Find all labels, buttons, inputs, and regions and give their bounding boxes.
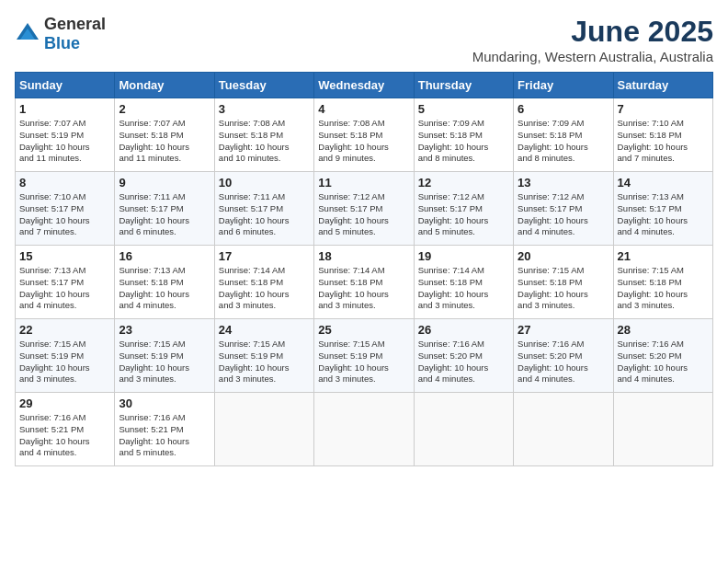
day-info: Sunrise: 7:16 AMSunset: 5:20 PMDaylight:… <box>518 339 609 385</box>
calendar-week-row: 8Sunrise: 7:10 AMSunset: 5:17 PMDaylight… <box>16 172 713 246</box>
weekday-header-sunday: Sunday <box>16 73 115 98</box>
weekday-header-tuesday: Tuesday <box>214 73 313 98</box>
calendar-cell <box>414 393 513 466</box>
calendar-cell <box>314 393 414 466</box>
title-area: June 2025 Mundaring, Western Australia, … <box>472 15 713 64</box>
day-info: Sunrise: 7:14 AMSunset: 5:18 PMDaylight:… <box>318 265 409 312</box>
weekday-header-monday: Monday <box>115 73 214 98</box>
day-number: 23 <box>119 323 210 337</box>
calendar-cell: 26Sunrise: 7:16 AMSunset: 5:20 PMDayligh… <box>414 319 513 393</box>
day-number: 13 <box>518 176 609 190</box>
day-info: Sunrise: 7:09 AMSunset: 5:18 PMDaylight:… <box>418 118 509 165</box>
calendar-cell: 6Sunrise: 7:09 AMSunset: 5:18 PMDaylight… <box>514 98 613 172</box>
day-info: Sunrise: 7:15 AMSunset: 5:19 PMDaylight:… <box>19 339 110 385</box>
day-info: Sunrise: 7:12 AMSunset: 5:17 PMDaylight:… <box>318 191 409 238</box>
weekday-header-wednesday: Wednesday <box>314 73 414 98</box>
calendar-cell: 12Sunrise: 7:12 AMSunset: 5:17 PMDayligh… <box>414 172 513 246</box>
day-number: 21 <box>618 249 709 263</box>
day-number: 18 <box>318 249 409 263</box>
calendar-subtitle: Mundaring, Western Australia, Australia <box>472 49 713 64</box>
calendar-cell: 3Sunrise: 7:08 AMSunset: 5:18 PMDaylight… <box>214 98 313 172</box>
day-info: Sunrise: 7:11 AMSunset: 5:17 PMDaylight:… <box>219 191 310 238</box>
day-info: Sunrise: 7:09 AMSunset: 5:18 PMDaylight:… <box>518 118 609 165</box>
day-number: 29 <box>19 396 110 410</box>
day-info: Sunrise: 7:10 AMSunset: 5:17 PMDaylight:… <box>19 191 110 238</box>
calendar-cell: 9Sunrise: 7:11 AMSunset: 5:17 PMDaylight… <box>115 172 214 246</box>
day-info: Sunrise: 7:16 AMSunset: 5:21 PMDaylight:… <box>119 412 210 459</box>
day-number: 12 <box>418 176 509 190</box>
calendar-cell: 15Sunrise: 7:13 AMSunset: 5:17 PMDayligh… <box>16 246 115 319</box>
calendar-cell: 22Sunrise: 7:15 AMSunset: 5:19 PMDayligh… <box>16 319 115 393</box>
day-info: Sunrise: 7:12 AMSunset: 5:17 PMDaylight:… <box>418 191 509 238</box>
day-info: Sunrise: 7:14 AMSunset: 5:18 PMDaylight:… <box>219 265 310 312</box>
day-info: Sunrise: 7:13 AMSunset: 5:17 PMDaylight:… <box>618 191 709 238</box>
day-number: 19 <box>418 249 509 263</box>
day-number: 4 <box>318 102 409 116</box>
calendar-cell: 19Sunrise: 7:14 AMSunset: 5:18 PMDayligh… <box>414 246 513 319</box>
calendar-cell: 24Sunrise: 7:15 AMSunset: 5:19 PMDayligh… <box>214 319 313 393</box>
calendar-cell: 20Sunrise: 7:15 AMSunset: 5:18 PMDayligh… <box>514 246 613 319</box>
calendar-cell: 13Sunrise: 7:12 AMSunset: 5:17 PMDayligh… <box>514 172 613 246</box>
day-info: Sunrise: 7:15 AMSunset: 5:18 PMDaylight:… <box>618 265 709 312</box>
day-info: Sunrise: 7:15 AMSunset: 5:19 PMDaylight:… <box>318 339 409 385</box>
calendar-week-row: 22Sunrise: 7:15 AMSunset: 5:19 PMDayligh… <box>16 319 713 393</box>
day-number: 14 <box>618 176 709 190</box>
day-number: 26 <box>418 323 509 337</box>
day-number: 27 <box>518 323 609 337</box>
day-info: Sunrise: 7:14 AMSunset: 5:18 PMDaylight:… <box>418 265 509 312</box>
day-number: 6 <box>518 102 609 116</box>
calendar-cell: 30Sunrise: 7:16 AMSunset: 5:21 PMDayligh… <box>115 393 214 466</box>
calendar-cell: 2Sunrise: 7:07 AMSunset: 5:18 PMDaylight… <box>115 98 214 172</box>
calendar-cell: 4Sunrise: 7:08 AMSunset: 5:18 PMDaylight… <box>314 98 414 172</box>
day-number: 20 <box>518 249 609 263</box>
calendar-week-row: 15Sunrise: 7:13 AMSunset: 5:17 PMDayligh… <box>16 246 713 319</box>
calendar-week-row: 1Sunrise: 7:07 AMSunset: 5:19 PMDaylight… <box>16 98 713 172</box>
day-number: 17 <box>219 249 310 263</box>
calendar-cell <box>214 393 313 466</box>
calendar-cell: 1Sunrise: 7:07 AMSunset: 5:19 PMDaylight… <box>16 98 115 172</box>
day-number: 22 <box>19 323 110 337</box>
day-info: Sunrise: 7:16 AMSunset: 5:21 PMDaylight:… <box>19 412 110 459</box>
day-number: 16 <box>119 249 210 263</box>
calendar-cell: 14Sunrise: 7:13 AMSunset: 5:17 PMDayligh… <box>613 172 712 246</box>
calendar-cell: 25Sunrise: 7:15 AMSunset: 5:19 PMDayligh… <box>314 319 414 393</box>
calendar-week-row: 29Sunrise: 7:16 AMSunset: 5:21 PMDayligh… <box>16 393 713 466</box>
day-number: 30 <box>119 396 210 410</box>
calendar-cell: 29Sunrise: 7:16 AMSunset: 5:21 PMDayligh… <box>16 393 115 466</box>
day-number: 3 <box>219 102 310 116</box>
logo-icon <box>15 21 40 47</box>
calendar-cell: 21Sunrise: 7:15 AMSunset: 5:18 PMDayligh… <box>613 246 712 319</box>
calendar-title: June 2025 <box>472 15 713 49</box>
day-number: 1 <box>19 102 110 116</box>
day-info: Sunrise: 7:16 AMSunset: 5:20 PMDaylight:… <box>618 339 709 385</box>
calendar-cell: 11Sunrise: 7:12 AMSunset: 5:17 PMDayligh… <box>314 172 414 246</box>
calendar-cell: 7Sunrise: 7:10 AMSunset: 5:18 PMDaylight… <box>613 98 712 172</box>
day-info: Sunrise: 7:08 AMSunset: 5:18 PMDaylight:… <box>219 118 310 165</box>
calendar-cell: 28Sunrise: 7:16 AMSunset: 5:20 PMDayligh… <box>613 319 712 393</box>
calendar-cell: 5Sunrise: 7:09 AMSunset: 5:18 PMDaylight… <box>414 98 513 172</box>
weekday-header-thursday: Thursday <box>414 73 513 98</box>
day-number: 9 <box>119 176 210 190</box>
page-header: General Blue June 2025 Mundaring, Wester… <box>15 15 713 64</box>
weekday-header-saturday: Saturday <box>613 73 712 98</box>
logo-blue: Blue <box>44 34 80 52</box>
calendar-cell: 27Sunrise: 7:16 AMSunset: 5:20 PMDayligh… <box>514 319 613 393</box>
logo-general: General <box>44 15 106 33</box>
day-info: Sunrise: 7:10 AMSunset: 5:18 PMDaylight:… <box>618 118 709 165</box>
day-number: 5 <box>418 102 509 116</box>
day-number: 10 <box>219 176 310 190</box>
weekday-header-friday: Friday <box>514 73 613 98</box>
day-number: 8 <box>19 176 110 190</box>
day-number: 25 <box>318 323 409 337</box>
day-number: 11 <box>318 176 409 190</box>
day-info: Sunrise: 7:15 AMSunset: 5:19 PMDaylight:… <box>219 339 310 385</box>
logo: General Blue <box>15 15 106 53</box>
day-info: Sunrise: 7:07 AMSunset: 5:18 PMDaylight:… <box>119 118 210 165</box>
day-number: 24 <box>219 323 310 337</box>
day-number: 2 <box>119 102 210 116</box>
day-info: Sunrise: 7:13 AMSunset: 5:18 PMDaylight:… <box>119 265 210 312</box>
calendar-cell: 18Sunrise: 7:14 AMSunset: 5:18 PMDayligh… <box>314 246 414 319</box>
day-info: Sunrise: 7:08 AMSunset: 5:18 PMDaylight:… <box>318 118 409 165</box>
calendar-cell: 10Sunrise: 7:11 AMSunset: 5:17 PMDayligh… <box>214 172 313 246</box>
day-number: 7 <box>618 102 709 116</box>
